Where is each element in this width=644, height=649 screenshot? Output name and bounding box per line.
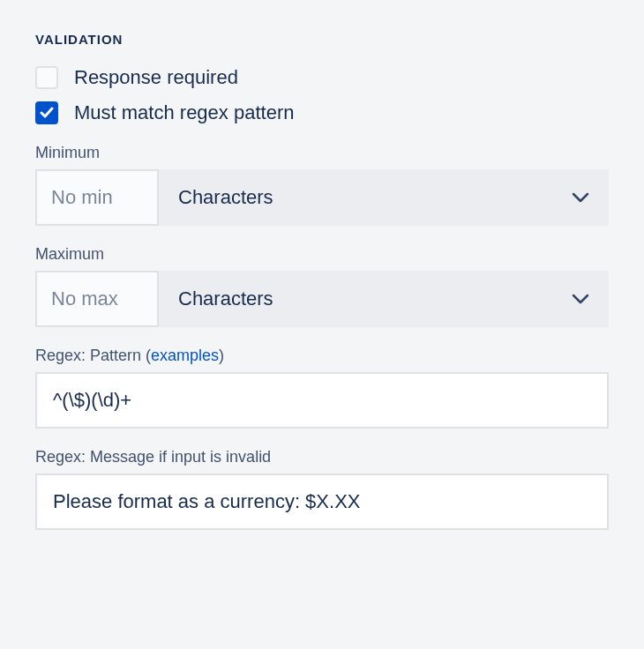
maximum-unit-select[interactable]: Characters bbox=[159, 271, 609, 327]
chevron-down-icon bbox=[572, 294, 589, 304]
maximum-label: Maximum bbox=[35, 245, 609, 264]
regex-pattern-block: Regex: Pattern (examples) bbox=[35, 347, 609, 429]
chevron-down-icon bbox=[572, 192, 589, 203]
maximum-input[interactable] bbox=[35, 271, 159, 327]
regex-pattern-input[interactable] bbox=[35, 372, 609, 429]
minimum-label: Minimum bbox=[35, 144, 609, 162]
checkmark-icon bbox=[40, 107, 54, 119]
regex-pattern-label-prefix: Regex: Pattern ( bbox=[35, 347, 151, 364]
must-match-regex-row: Must match regex pattern bbox=[35, 101, 609, 124]
regex-pattern-label-suffix: ) bbox=[219, 347, 224, 364]
maximum-block: Maximum Characters bbox=[35, 245, 609, 327]
response-required-row: Response required bbox=[35, 66, 609, 89]
validation-heading: VALIDATION bbox=[35, 32, 609, 47]
minimum-input[interactable] bbox=[35, 169, 159, 226]
examples-link[interactable]: examples bbox=[151, 347, 219, 364]
regex-message-label: Regex: Message if input is invalid bbox=[35, 448, 609, 466]
regex-message-block: Regex: Message if input is invalid bbox=[35, 448, 609, 530]
regex-message-input[interactable] bbox=[35, 474, 609, 530]
minimum-unit-text: Characters bbox=[178, 186, 273, 209]
response-required-checkbox[interactable] bbox=[35, 66, 58, 89]
maximum-unit-text: Characters bbox=[178, 287, 273, 310]
must-match-regex-checkbox[interactable] bbox=[35, 101, 58, 124]
minimum-unit-select[interactable]: Characters bbox=[159, 169, 609, 226]
response-required-label: Response required bbox=[74, 66, 238, 89]
regex-pattern-label: Regex: Pattern (examples) bbox=[35, 347, 609, 365]
minimum-block: Minimum Characters bbox=[35, 144, 609, 226]
must-match-regex-label: Must match regex pattern bbox=[74, 101, 294, 124]
